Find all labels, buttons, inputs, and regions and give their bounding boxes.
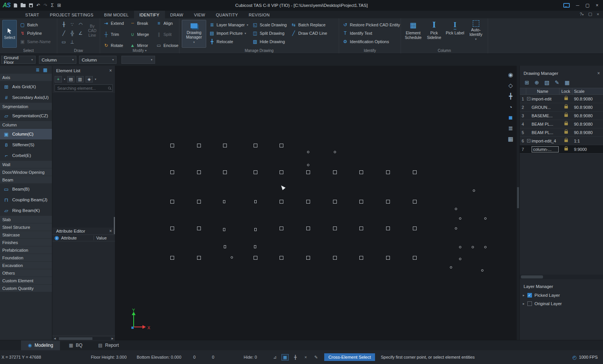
object-snap-icon[interactable]: ╋: [292, 354, 299, 361]
pick-label-button[interactable]: Pick Label: [445, 19, 465, 48]
sidebar-category-slab[interactable]: Slab: [0, 216, 52, 223]
render-style-icon[interactable]: ◉: [506, 71, 515, 79]
chevron-down-icon[interactable]: ▾: [64, 78, 65, 81]
collapse-icon[interactable]: −: [527, 97, 530, 100]
sidebar-category-wall[interactable]: Wall: [0, 161, 52, 168]
scrollbar-track[interactable]: [57, 337, 110, 340]
identification-options-button[interactable]: ⚙Identification Options: [341, 37, 401, 46]
sidebar-category-prefabrication[interactable]: Prefabrication: [0, 246, 52, 254]
modify-group-label[interactable]: Modify▾: [100, 48, 179, 53]
axis-icon[interactable]: ╂: [60, 20, 68, 29]
sidebar-category-foundation[interactable]: Foundation: [0, 254, 52, 262]
chevron-down-icon[interactable]: ▾: [95, 78, 96, 81]
column-marker[interactable]: [280, 200, 283, 204]
cad-circle-marker[interactable]: [307, 151, 309, 153]
arc-icon[interactable]: ◠: [76, 20, 85, 29]
line-icon[interactable]: ╱: [60, 29, 68, 37]
column-marker[interactable]: [197, 256, 201, 260]
column-marker-small[interactable]: [254, 200, 257, 203]
column-marker[interactable]: [223, 144, 227, 147]
layer-item-picked-layer[interactable]: ▸✓Picked Layer: [520, 291, 603, 299]
drawing-row-4[interactable]: 4BEAM PL...90.8:9080: [520, 120, 603, 128]
column-marker[interactable]: [170, 226, 174, 230]
lock-icon[interactable]: [564, 97, 568, 100]
perp-icon[interactable]: ⊥: [68, 37, 76, 46]
relocate-button[interactable]: ╋Relocate: [208, 37, 249, 46]
lock-icon[interactable]: [564, 131, 568, 134]
orbit-icon[interactable]: ◔: [506, 103, 515, 111]
sidebar-item-coupling-beam-j[interactable]: ⊓Coupling Beam(J): [0, 194, 52, 205]
lock-icon[interactable]: [564, 114, 568, 117]
lock-cell[interactable]: [559, 106, 572, 108]
sidebar-category-excavation[interactable]: Excavation: [0, 262, 52, 269]
close-icon[interactable]: ×: [109, 228, 112, 234]
close-drawing-icon[interactable]: ×: [597, 12, 599, 16]
add-element-button[interactable]: +: [55, 76, 62, 83]
cad-circle-marker[interactable]: [484, 246, 487, 248]
minimize-button[interactable]: ─: [576, 3, 579, 8]
column-marker[interactable]: [359, 200, 363, 204]
column-marker[interactable]: [280, 170, 283, 174]
layer-checkbox[interactable]: ✓: [527, 293, 532, 298]
column-marker[interactable]: [386, 200, 390, 204]
layers-icon[interactable]: ≣: [506, 124, 515, 133]
scale-drawing-button[interactable]: ◱Scale Drawing: [251, 21, 288, 29]
help-icon[interactable]: ?▾: [580, 12, 584, 16]
cad-circle-marker[interactable]: [307, 164, 309, 166]
lock-cell[interactable]: [559, 148, 572, 150]
sidebar-category-staircase[interactable]: Staircase: [0, 231, 52, 239]
lock-icon[interactable]: [564, 148, 568, 150]
same-name-button[interactable]: ▣Same-Name: [19, 37, 52, 46]
cad-circle-marker[interactable]: [450, 266, 452, 269]
draw-cad-line-button[interactable]: ╱Draw CAD Line: [290, 29, 328, 37]
copy-element-button[interactable]: ▤: [67, 76, 74, 83]
tab-draw[interactable]: DRAW: [165, 11, 189, 18]
column-marker[interactable]: [280, 144, 283, 147]
cad-circle-marker[interactable]: [459, 246, 461, 248]
scrollbar-thumb[interactable]: [517, 187, 519, 208]
column-marker-small[interactable]: [223, 228, 225, 231]
cross-element-select-button[interactable]: Cross-Element Select: [324, 353, 375, 361]
column-marker[interactable]: [170, 144, 174, 147]
grid-snap-icon[interactable]: ▦: [281, 354, 289, 361]
pan-icon[interactable]: ╋: [506, 92, 515, 100]
column-marker[interactable]: [413, 170, 417, 174]
redo-icon[interactable]: ↷: [44, 3, 47, 8]
save-icon[interactable]: [29, 3, 33, 7]
scrollbar-thumb[interactable]: [114, 217, 115, 234]
column-marker[interactable]: [280, 226, 283, 230]
column-marker[interactable]: [413, 200, 417, 204]
lock-icon[interactable]: [564, 123, 568, 125]
import-picture-button[interactable]: ▤Import Picture▾: [208, 29, 249, 37]
table-view-icon[interactable]: ▦: [506, 135, 515, 143]
column-marker[interactable]: [333, 226, 337, 230]
column-marker[interactable]: [170, 200, 174, 204]
close-button[interactable]: ×: [596, 3, 598, 8]
element-layer-button[interactable]: ◈: [86, 76, 93, 83]
column-marker[interactable]: [359, 226, 363, 230]
sidebar-category-column[interactable]: Column: [0, 121, 52, 129]
maximize-button[interactable]: ▢: [585, 3, 590, 8]
clear-snap-icon[interactable]: ×: [302, 354, 309, 361]
column-marker[interactable]: [306, 170, 310, 174]
undo-icon[interactable]: ↶: [36, 3, 40, 8]
drawing-manager-button[interactable]: Drawing Manager ▾: [182, 20, 206, 48]
list-view-icon[interactable]: ≣: [36, 67, 40, 73]
column-marker[interactable]: [306, 226, 310, 230]
sidebar-category-door-window-opening[interactable]: Door/Window Opening: [0, 168, 52, 176]
workspace-tab-report[interactable]: ▤Report: [91, 340, 126, 350]
column-marker[interactable]: [197, 200, 201, 204]
collapse-icon[interactable]: −: [527, 139, 530, 142]
drawing-row-7[interactable]: 7column-...9:9000: [520, 145, 603, 154]
close-icon[interactable]: ×: [597, 71, 600, 76]
open-file-icon[interactable]: [21, 4, 26, 7]
sidebar-item-corbel-e[interactable]: ⌐Corbel(E): [0, 150, 52, 161]
new-file-icon[interactable]: [14, 3, 17, 8]
points-icon[interactable]: ∵: [68, 20, 76, 29]
column-divider[interactable]: [94, 236, 94, 240]
column-marker[interactable]: [413, 226, 417, 230]
drawing-row-1[interactable]: 1−import-edit90.8:9080: [520, 95, 603, 103]
layout-icon[interactable]: ▦: [564, 79, 569, 86]
ucs-icon[interactable]: ⊿: [271, 354, 278, 361]
sidebar-item-column-c[interactable]: ▣Column(C): [0, 129, 52, 139]
